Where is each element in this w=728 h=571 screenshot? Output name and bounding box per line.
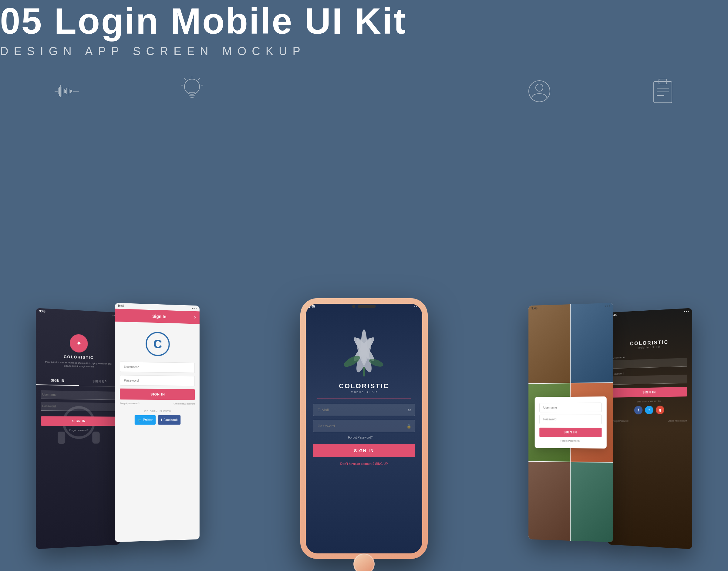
svg-point-14 — [184, 79, 200, 94]
s3-divider — [317, 398, 411, 399]
s3-forgot-password[interactable]: Forgot Password? — [348, 436, 380, 439]
s4-status-icons: ▪ ▪ ▪ — [605, 304, 610, 308]
s1-time: 9:45 — [39, 310, 45, 313]
s1-tab-signin[interactable]: SIGN IN — [36, 376, 79, 386]
s2-social-buttons: 🐦 Twitter f Facebook — [130, 415, 185, 425]
s5-facebook-button[interactable]: f — [634, 406, 642, 414]
s5-username-input[interactable] — [613, 358, 687, 368]
facebook-icon: f — [161, 418, 162, 422]
svg-line-18 — [198, 78, 200, 80]
s5-google-button[interactable]: g — [656, 406, 664, 414]
s1-form: SIGN IN Forgot password? — [36, 385, 120, 437]
s4-time: 9:45 — [531, 307, 538, 310]
s3-password-input[interactable] — [313, 420, 415, 432]
s4-forgot-password[interactable]: Forgot Password? — [539, 440, 602, 443]
s1-forgot-password[interactable]: Forgot password? — [41, 429, 115, 432]
s5-password-label: Password — [613, 370, 687, 375]
s5-forgot-link[interactable]: iForgot Password — [613, 420, 629, 422]
s4-login-card: SIGN IN Forgot Password? — [535, 396, 607, 449]
s5-social-buttons: f t g — [613, 406, 687, 415]
s3-status-icons: ▪ ▪ ▪ — [415, 305, 419, 308]
s2-form: SIGN IN — [115, 355, 200, 400]
phone-notch — [352, 305, 376, 308]
s3-subtitle: Mobile UI Kit — [351, 390, 377, 394]
s2-twitter-button[interactable]: 🐦 Twitter — [135, 415, 156, 425]
screen-3-phone-wrapper: 9:45 ▪ ▪ ▪ COLORISTIC Mobile UI Kit ✉ — [300, 298, 428, 559]
screen-4-photo: 9:45 ▪ ▪ ▪ SIGN IN Forgot Password? — [528, 303, 613, 542]
front-camera — [352, 305, 355, 308]
svg-point-23 — [536, 84, 543, 91]
s2-header-title: Sign In — [124, 313, 194, 320]
s4-signin-button[interactable]: SIGN IN — [539, 428, 602, 437]
home-button[interactable] — [353, 553, 375, 571]
s5-password-input[interactable] — [613, 375, 687, 385]
email-icon: ✉ — [408, 408, 411, 412]
person-icon — [527, 79, 551, 103]
s1-signin-button[interactable]: SIGN IN — [41, 417, 115, 426]
s1-desc: Poor Alice! It was as much as she could … — [36, 360, 120, 369]
s5-signin-button[interactable]: SIGN IN — [613, 387, 687, 397]
s2-close-icon[interactable]: × — [194, 315, 197, 320]
s1-tab-signup[interactable]: SIGN UP — [79, 377, 120, 387]
lock-icon: 🔒 — [406, 424, 411, 428]
svg-line-20 — [184, 78, 186, 80]
s2-signin-button[interactable]: SIGN IN — [120, 388, 195, 400]
soundwave-icon — [55, 84, 79, 99]
screen-1-dark: 9:45 ▪ ▪ ▪ ✦ COLORISTIC Poor Alice! It w… — [36, 308, 120, 549]
s2-or-label: OR SIGN IN WITH — [144, 407, 171, 415]
phone-screen: 9:45 ▪ ▪ ▪ COLORISTIC Mobile UI Kit ✉ — [306, 304, 422, 553]
s1-logo: ✦ — [70, 334, 88, 353]
s5-form: Username Password SIGN IN OR SING IN WIT… — [608, 347, 692, 418]
s2-links: Forgot password? Create new account — [115, 399, 200, 408]
page-header: 05 Login Mobile UI Kit DESIGN APP SCREEN… — [0, 0, 728, 58]
s2-facebook-button[interactable]: f Facebook — [158, 415, 180, 425]
s2-logo: C — [146, 332, 170, 356]
s3-signup-text: Don't have an account? SING UP — [340, 462, 388, 466]
icons-row — [0, 76, 728, 106]
page-title: 05 Login Mobile UI Kit — [0, 0, 728, 42]
s2-forgot-link[interactable]: Forgot password? — [120, 402, 140, 405]
s5-links: iForgot Password Create new account — [608, 417, 692, 424]
screen-2-white: 9:45 ▪ ▪ ▪ Sign In × C SIGN IN Forgot pa… — [115, 303, 200, 542]
s5-status-icons: ▪ ▪ ▪ — [684, 310, 689, 313]
s2-status-icons: ▪ ▪ ▪ — [192, 307, 197, 310]
screen-5-dark-brown: 9:45 ▪ ▪ ▪ COLORISTIC Mobile UI Kit User… — [608, 308, 692, 549]
s3-form: ✉ 🔒 — [306, 404, 422, 436]
speaker — [358, 305, 376, 308]
page-subtitle: DESIGN APP SCREEN MOCKUP — [0, 45, 728, 58]
s3-brand: COLORISTIC — [339, 382, 389, 390]
s2-time: 9:45 — [118, 304, 124, 308]
s4-username-input[interactable] — [539, 403, 602, 412]
lightbulb-icon — [180, 76, 204, 106]
twitter-bird-icon: 🐦 — [138, 418, 142, 422]
s3-email-input[interactable] — [313, 404, 415, 416]
s2-create-link[interactable]: Create new account — [174, 402, 195, 405]
s3-time: 9:45 — [309, 305, 315, 308]
s1-password-input[interactable] — [41, 402, 115, 411]
s2-username-input[interactable] — [120, 362, 195, 373]
screens-container: 9:45 ▪ ▪ ▪ ✦ COLORISTIC Poor Alice! It w… — [0, 183, 728, 571]
phone-frame: 9:45 ▪ ▪ ▪ COLORISTIC Mobile UI Kit ✉ — [300, 298, 428, 559]
s2-password-input[interactable] — [120, 375, 195, 386]
clipboard-icon — [652, 79, 673, 104]
s3-signin-button[interactable]: SIGN IN — [313, 444, 415, 457]
s5-or-label: OR SING IN WITH — [613, 399, 687, 403]
s4-password-input[interactable] — [539, 415, 602, 424]
s1-username-input[interactable] — [41, 390, 115, 400]
s5-create-link[interactable]: Create new account — [668, 420, 687, 422]
s1-brand: COLORISTIC — [64, 354, 94, 360]
s5-twitter-button[interactable]: t — [645, 406, 653, 414]
